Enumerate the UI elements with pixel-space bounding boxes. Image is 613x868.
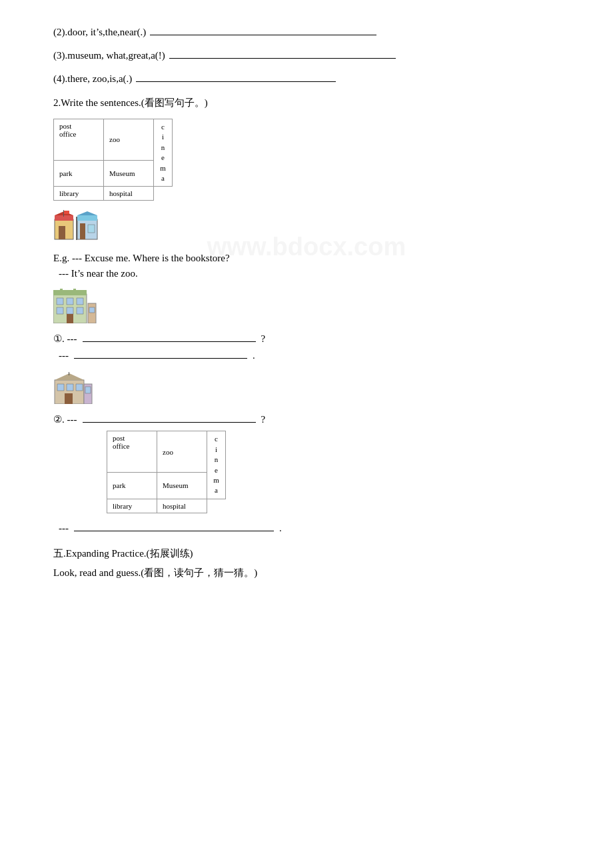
map2-zoo: zoo xyxy=(157,431,207,473)
map2-post-office: postoffice xyxy=(107,431,157,473)
line4-blank xyxy=(136,81,336,82)
map2-park: park xyxy=(107,473,157,499)
q2-dash: --- xyxy=(59,523,69,534)
example-answer: --- It’s near the zoo. xyxy=(53,268,560,279)
page-content: (2).door, it’s,the,near(.) (3).museum, w… xyxy=(53,27,560,579)
q2-blank xyxy=(83,422,256,423)
svg-rect-33 xyxy=(69,372,69,375)
svg-rect-23 xyxy=(88,303,96,323)
map1-museum: Museum xyxy=(104,160,154,186)
q1-mark: ? xyxy=(261,333,266,345)
svg-marker-11 xyxy=(77,211,97,215)
section5-subtitle: Look, read and guess.(看图，读句子，猜一猜。) xyxy=(53,567,560,579)
map1-empty xyxy=(154,187,173,201)
building2-svg xyxy=(53,372,93,404)
svg-rect-8 xyxy=(77,215,97,221)
map1-post-office: postoffice xyxy=(54,119,104,161)
building2-icon xyxy=(53,372,560,407)
q1-num: ①. --- xyxy=(53,333,77,345)
svg-rect-9 xyxy=(80,223,85,239)
q1-question: ①. --- ? xyxy=(53,333,560,345)
svg-rect-16 xyxy=(77,298,83,305)
line-2: (2).door, it’s,the,near(.) xyxy=(53,27,560,38)
line3-blank xyxy=(169,58,396,59)
q1-blank xyxy=(83,341,256,342)
svg-rect-29 xyxy=(76,384,83,391)
q1-answer-blank xyxy=(74,358,247,359)
example-question: E.g. --- Excuse me. Where is the booksto… xyxy=(53,253,560,264)
svg-rect-27 xyxy=(57,384,64,391)
section5-title: 五.Expanding Practice.(拓展训练) xyxy=(53,547,560,560)
map1-hospital: hospital xyxy=(104,187,154,201)
q1-answer: --- . xyxy=(53,350,560,361)
svg-rect-21 xyxy=(60,289,63,292)
svg-rect-10 xyxy=(88,225,95,233)
section2-title: 2.Write the sentences.(看图写句子。) xyxy=(53,97,560,109)
q2-num: ②. --- xyxy=(53,413,77,425)
line4-text: (4).there, zoo,is,a(.) xyxy=(53,73,132,85)
building1-svg xyxy=(53,289,97,323)
svg-rect-5 xyxy=(64,211,69,214)
line2-text: (2).door, it’s,the,near(.) xyxy=(53,27,146,38)
map1-park: park xyxy=(54,160,104,186)
map1-library: library xyxy=(54,187,104,201)
bookstore-icon xyxy=(53,210,100,242)
q1-period: . xyxy=(253,350,255,361)
svg-rect-15 xyxy=(67,298,73,305)
line2-blank xyxy=(150,35,376,35)
map2-container: postoffice zoo cinema park Museum librar… xyxy=(107,431,560,513)
map1-container: postoffice zoo cinema park Museum librar… xyxy=(53,119,560,201)
line-3: (3).museum, what,great,a(!) xyxy=(53,50,560,61)
q2-period: . xyxy=(279,523,282,534)
section5: 五.Expanding Practice.(拓展训练) Look, read a… xyxy=(53,547,560,579)
svg-rect-14 xyxy=(57,298,63,305)
q2-answer: --- . xyxy=(53,523,560,534)
svg-rect-28 xyxy=(67,384,73,391)
svg-rect-18 xyxy=(67,307,73,314)
line3-text: (3).museum, what,great,a(!) xyxy=(53,50,165,61)
svg-rect-19 xyxy=(77,307,83,314)
map1-zoo: zoo xyxy=(104,119,154,161)
map2-library: library xyxy=(107,499,157,513)
line-4: (4).there, zoo,is,a(.) xyxy=(53,73,560,85)
q1-dash: --- xyxy=(59,350,69,361)
map2-empty xyxy=(207,499,226,513)
svg-rect-1 xyxy=(59,226,65,239)
map2-hospital: hospital xyxy=(157,499,207,513)
map2-museum: Museum xyxy=(157,473,207,499)
building1-icon xyxy=(53,289,560,326)
map1-table: postoffice zoo cinema park Museum librar… xyxy=(53,119,173,201)
svg-rect-22 xyxy=(73,289,76,292)
svg-rect-13 xyxy=(53,290,87,295)
map2-table: postoffice zoo cinema park Museum librar… xyxy=(107,431,226,513)
svg-rect-17 xyxy=(57,307,63,314)
svg-rect-30 xyxy=(65,393,73,404)
q2-question: ②. --- ? xyxy=(53,413,560,425)
svg-rect-20 xyxy=(67,314,73,323)
map2-cinema: cinema xyxy=(207,431,226,499)
svg-rect-32 xyxy=(85,387,91,393)
q2-answer-blank xyxy=(74,531,274,531)
map1-cinema: cinema xyxy=(154,119,173,187)
svg-rect-4 xyxy=(63,210,64,217)
q2-mark: ? xyxy=(261,414,266,425)
example-block: E.g. --- Excuse me. Where is the booksto… xyxy=(53,253,560,279)
bookstore-icon-wrapper xyxy=(53,210,560,245)
svg-rect-24 xyxy=(89,307,95,313)
